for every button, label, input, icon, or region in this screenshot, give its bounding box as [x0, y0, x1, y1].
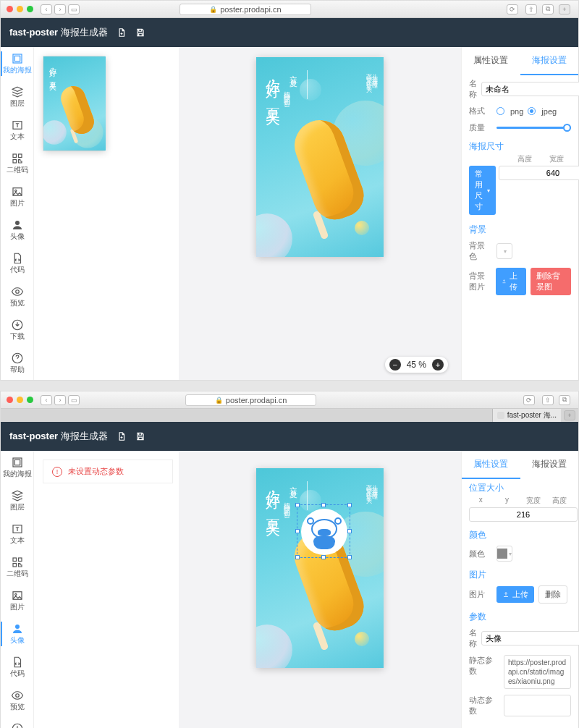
- tabs-button[interactable]: ⧉: [542, 4, 554, 14]
- sidebar-item-image[interactable]: 图片: [1, 180, 33, 213]
- poster-canvas[interactable]: 你好，夏天 立夏 槐柳阴初密 万物至此皆长大 斗指东南维: [256, 468, 384, 668]
- save-icon[interactable]: [135, 431, 145, 441]
- sidebar-item-text[interactable]: 文本: [1, 114, 33, 147]
- lock-icon: 🔒: [209, 6, 217, 13]
- browser-window-2: ‹ › ▭ 🔒poster.prodapi.cn ⟳ ⇧ ⧉ fast-post…: [0, 391, 579, 728]
- app-title: 海报生成器: [58, 27, 108, 38]
- cow-avatar-icon: [307, 515, 342, 549]
- tool-sidebar: 我的海报 图层 文本 二维码 图片 头像 代码 预览 下载 帮助: [1, 47, 34, 380]
- sidebar-toggle[interactable]: ▭: [68, 4, 80, 14]
- poster-sub-text: 槐柳阴初密: [282, 86, 292, 97]
- sidebar-item-avatar[interactable]: 头像: [1, 617, 33, 651]
- quality-slider[interactable]: [496, 127, 571, 129]
- svg-rect-1: [14, 56, 20, 62]
- format-label: 格式: [469, 106, 492, 117]
- sidebar-item-help[interactable]: 帮助: [1, 347, 33, 380]
- share-button[interactable]: ⇧: [542, 395, 554, 405]
- share-button[interactable]: ⇧: [525, 4, 537, 14]
- svg-rect-16: [18, 558, 22, 562]
- app-topbar: fast-poster 海报生成器: [1, 18, 578, 47]
- zoom-out-button[interactable]: −: [389, 359, 401, 371]
- address-bar[interactable]: 🔒poster.prodapi.cn: [179, 4, 310, 15]
- bgcolor-picker[interactable]: ▾: [496, 243, 512, 259]
- tool-sidebar: 我的海报 图层 文本 二维码 图片 头像 代码 预览 下载 帮助: [1, 451, 34, 728]
- img-upload-button[interactable]: 上传: [496, 586, 534, 603]
- canvas-area[interactable]: 你好，夏天 立夏 槐柳阴初密 万物至此皆长大 斗指东南维: [179, 451, 461, 728]
- canvas-area[interactable]: 你好，夏天 立夏 槐柳阴初密 万物至此皆长大 斗指东南维 − 45 % +: [179, 47, 461, 380]
- zoom-value: 45 %: [407, 360, 426, 370]
- static-param-input[interactable]: https://poster.prodapi.cn/static/images/…: [504, 655, 571, 689]
- bg-delete-button[interactable]: 删除背景图: [531, 268, 571, 295]
- bgimage-label: 背景图片: [469, 271, 491, 292]
- reader-button[interactable]: ⟳: [523, 395, 535, 405]
- fwd-button[interactable]: ›: [54, 4, 66, 14]
- back-button[interactable]: ‹: [41, 395, 52, 405]
- sidebar-item-text[interactable]: 文本: [1, 517, 33, 551]
- svg-rect-4: [18, 154, 22, 158]
- selection-box[interactable]: [297, 504, 350, 558]
- zoom-in-button[interactable]: +: [432, 359, 444, 371]
- dynamic-param-input[interactable]: [504, 695, 571, 716]
- name-input[interactable]: [481, 82, 579, 96]
- sidebar-item-code[interactable]: 代码: [1, 651, 33, 684]
- sidebar-item-layers[interactable]: 图层: [1, 484, 33, 517]
- tab-attr[interactable]: 属性设置: [462, 451, 520, 479]
- param-name-input[interactable]: [481, 631, 579, 646]
- traffic-lights[interactable]: [7, 6, 33, 12]
- traffic-lights[interactable]: [7, 397, 33, 403]
- sidebar-item-avatar[interactable]: 头像: [1, 213, 33, 247]
- svg-rect-17: [13, 564, 17, 567]
- tabs-button[interactable]: ⧉: [559, 395, 570, 405]
- color-header: 颜色: [462, 525, 578, 543]
- app-topbar: fast-poster 海报生成器: [1, 422, 578, 451]
- sidebar-item-preview[interactable]: 预览: [1, 684, 33, 717]
- warning-banner: !未设置动态参数: [43, 460, 173, 483]
- warning-text: 未设置动态参数: [68, 466, 124, 477]
- bg-header: 背景: [462, 219, 578, 237]
- pos-header: 位置大小: [462, 479, 578, 496]
- sidebar-toggle[interactable]: ▭: [68, 395, 80, 405]
- bg-upload-button[interactable]: 上传: [496, 268, 526, 295]
- browser-tab[interactable]: fast-poster 海...: [492, 409, 561, 422]
- newtab-button[interactable]: +: [559, 4, 570, 14]
- poster-canvas[interactable]: 你好，夏天 立夏 槐柳阴初密 万物至此皆长大 斗指东南维: [256, 57, 384, 257]
- svg-rect-5: [13, 160, 17, 164]
- sidebar-item-qrcode[interactable]: 二维码: [1, 147, 33, 180]
- sidebar-item-qrcode[interactable]: 二维码: [1, 551, 33, 584]
- newtab-button[interactable]: +: [564, 410, 575, 420]
- address-bar[interactable]: 🔒poster.prodapi.cn: [185, 394, 316, 406]
- brand: fast-poster: [9, 431, 58, 441]
- new-file-icon[interactable]: [117, 27, 127, 38]
- tab-poster[interactable]: 海报设置: [520, 451, 579, 479]
- sidebar-item-download[interactable]: 下载: [1, 717, 33, 728]
- tab-poster[interactable]: 海报设置: [520, 47, 579, 75]
- radio-jpeg[interactable]: jpeg: [528, 107, 557, 116]
- svg-point-8: [15, 221, 20, 225]
- poster-thumbnail[interactable]: 你好，夏天: [43, 56, 105, 151]
- img-delete-button[interactable]: 删除: [538, 585, 567, 604]
- back-button[interactable]: ‹: [41, 4, 52, 14]
- sidebar-item-layers[interactable]: 图层: [1, 80, 33, 114]
- thumbnail-column: 你好，夏天: [34, 47, 179, 380]
- sidebar-item-myposter[interactable]: 我的海报: [1, 451, 33, 484]
- sidebar-item-code[interactable]: 代码: [1, 247, 33, 280]
- sidebar-item-myposter[interactable]: 我的海报: [1, 47, 33, 80]
- avatar-element[interactable]: [301, 509, 347, 555]
- fwd-button[interactable]: ›: [54, 395, 66, 405]
- color-picker[interactable]: ▾: [496, 546, 512, 562]
- sidebar-item-download[interactable]: 下载: [1, 313, 33, 347]
- sidebar-item-preview[interactable]: 预览: [1, 280, 33, 313]
- save-icon[interactable]: [135, 27, 145, 38]
- x-input[interactable]: [469, 507, 578, 522]
- svg-point-19: [14, 593, 16, 595]
- browser-chrome: ‹ › ▭ 🔒poster.prodapi.cn ⟳ ⇧ ⧉: [1, 391, 578, 409]
- radio-png[interactable]: png: [496, 107, 523, 116]
- new-file-icon[interactable]: [117, 431, 127, 441]
- tab-attr[interactable]: 属性设置: [462, 47, 520, 75]
- name-label: 名称: [469, 78, 477, 100]
- sidebar-item-image[interactable]: 图片: [1, 584, 33, 617]
- reader-button[interactable]: ⟳: [507, 4, 518, 14]
- preset-size-button[interactable]: 常用尺寸▾: [469, 166, 496, 215]
- height-input[interactable]: [499, 166, 579, 180]
- browser-tabbar: fast-poster 海... +: [1, 409, 578, 422]
